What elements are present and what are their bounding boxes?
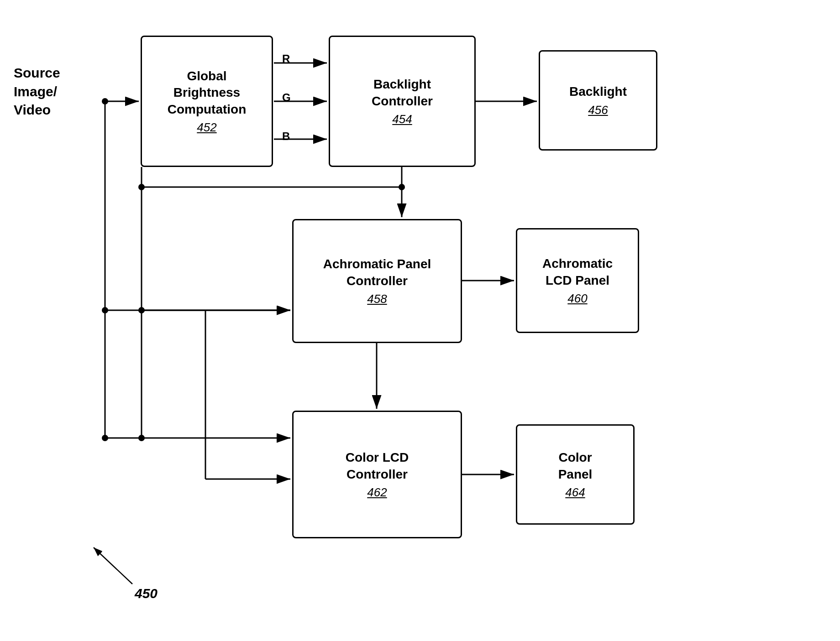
- color-lcd-controller-box: Color LCDController 462: [292, 411, 462, 538]
- diagram-container: SourceImage/Video Global Brightness Comp…: [0, 0, 840, 641]
- svg-point-15: [138, 184, 145, 190]
- achromatic-panel-controller-number: 458: [367, 292, 387, 306]
- backlight-controller-title: BacklightController: [372, 76, 433, 109]
- system-number: 450: [135, 584, 158, 603]
- color-panel-box: ColorPanel 464: [516, 424, 635, 525]
- svg-point-9: [399, 184, 405, 190]
- global-brightness-number: 452: [197, 120, 216, 135]
- color-lcd-controller-number: 462: [367, 485, 387, 500]
- achromatic-panel-controller-box: Achromatic PanelController 458: [292, 219, 462, 343]
- global-brightness-box: Global Brightness Computation 452: [141, 36, 273, 167]
- backlight-number: 456: [588, 103, 608, 117]
- backlight-box: Backlight 456: [539, 50, 657, 151]
- achromatic-lcd-panel-title: AchromaticLCD Panel: [542, 255, 613, 289]
- backlight-controller-box: BacklightController 454: [329, 36, 476, 167]
- svg-point-12: [102, 307, 108, 313]
- color-lcd-controller-title: Color LCDController: [346, 449, 409, 483]
- svg-point-20: [138, 435, 145, 441]
- achromatic-panel-controller-title: Achromatic PanelController: [323, 256, 431, 289]
- achromatic-lcd-panel-number: 460: [567, 292, 587, 306]
- svg-point-3: [102, 98, 108, 104]
- b-label: B: [282, 130, 290, 143]
- g-label: G: [282, 91, 291, 104]
- global-brightness-title: Global Brightness Computation: [168, 68, 247, 118]
- svg-point-22: [102, 435, 108, 441]
- achromatic-lcd-panel-box: AchromaticLCD Panel 460: [516, 228, 639, 333]
- svg-point-16: [138, 307, 145, 313]
- backlight-title: Backlight: [569, 83, 627, 100]
- svg-line-27: [94, 547, 132, 584]
- source-label: SourceImage/Video: [14, 64, 60, 120]
- color-panel-title: ColorPanel: [558, 449, 593, 483]
- backlight-controller-number: 454: [392, 112, 412, 126]
- color-panel-number: 464: [565, 485, 585, 500]
- r-label: R: [282, 52, 290, 65]
